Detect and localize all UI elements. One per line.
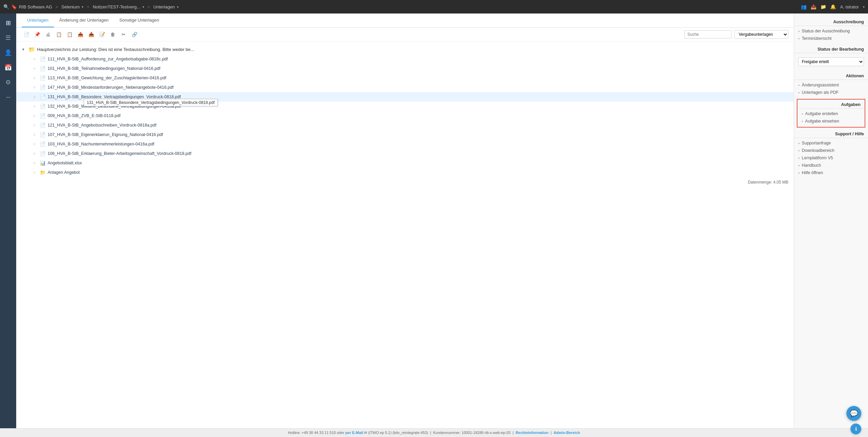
breadcrumb-unterlagen[interactable]: Unterlagen <box>153 4 175 9</box>
sidebar-settings[interactable]: ⚙ <box>1 76 15 89</box>
toolbar-btn-edit[interactable]: 📝 <box>97 30 107 39</box>
breadcrumb-notizen-dropdown[interactable]: ▾ <box>142 5 144 9</box>
sidebar-menu[interactable]: ☰ <box>1 31 15 45</box>
folder-icon[interactable]: 📁 <box>820 4 826 9</box>
link-supportanfrage[interactable]: ● Supportanfrage <box>794 139 868 147</box>
file-check-10: ○ <box>33 151 38 156</box>
toolbar-btn-print[interactable]: 🖨 <box>43 30 53 39</box>
folder-row-main[interactable]: ▼ 📁 Hauptverzeichnis zur Leistung: Dies … <box>16 44 794 54</box>
link-downloadbereich[interactable]: ● Downloadbereich <box>794 147 868 154</box>
file-row-0[interactable]: ○ 📄 111_HVA_B-StB_Aufforderung_zur_Angeb… <box>16 54 794 64</box>
support-title: Support / Hilfe <box>794 130 868 138</box>
file-row-3[interactable]: ○ 📄 147_HVA_B-StB_Mindestanforderungen_N… <box>16 83 794 92</box>
pdf-icon-5: 📄 <box>40 104 46 109</box>
pdf-icon-10: 📄 <box>40 151 46 156</box>
file-name-1: 101_HVA_B-StB_Teilnahmebedingungen_Natio… <box>48 66 160 71</box>
file-row-9[interactable]: ○ 📄 103_HVA_B-StB_Nachunternehmerleistun… <box>16 139 794 149</box>
toolbar-btn-cut[interactable]: ✂ <box>119 30 128 39</box>
dot-icon-10: ● <box>798 164 800 167</box>
bookmark-icon[interactable]: 🔖 <box>11 4 17 9</box>
file-row-7[interactable]: ○ 📄 121_HVA_B-StB_Angebotsschreiben_Vord… <box>16 120 794 130</box>
link-label-handbuch: Handbuch <box>802 163 821 168</box>
bell-icon[interactable]: 🔔 <box>830 4 836 9</box>
footer-email-link[interactable]: per E-Mail <box>345 431 363 435</box>
user-menu[interactable]: A. istrator <box>840 4 859 9</box>
link-label-aufgabe-erstellen: Aufgabe erstellen <box>805 111 838 116</box>
user-dropdown[interactable]: ▾ <box>863 5 865 9</box>
file-check-3: ○ <box>33 85 38 90</box>
toolbar-btn-upload[interactable]: 📤 <box>76 30 85 39</box>
link-hilfe-oeffnen[interactable]: ● Hilfe öffnen <box>794 169 868 176</box>
section-status-bearbeitung: Status der Bearbeitung Freigabe erteilt … <box>794 45 868 69</box>
toolbar-btn-download[interactable]: 📥 <box>86 30 96 39</box>
file-name-10: 106_HVA_B-StB_Erklaerung_Bieter-Arbeitsg… <box>48 151 191 156</box>
file-check-11: ○ <box>33 161 38 165</box>
link-label-terminuebersicht: Terminübersicht <box>802 36 832 41</box>
toolbar-btn-copy[interactable]: 📋 <box>54 30 63 39</box>
toolbar-btn-link[interactable]: 🔗 <box>130 30 139 39</box>
search-icon[interactable]: 🔍 <box>3 4 9 9</box>
footer-legal-link[interactable]: Rechteinformation <box>516 431 548 435</box>
link-status-ausschreibung[interactable]: ● Status der Ausschreibung <box>794 27 868 35</box>
content-area: Unterlagen Änderung der Unterlagen Sonst… <box>16 13 794 428</box>
toolbar-btn-pin[interactable]: 📌 <box>32 30 42 39</box>
toolbar-btn-new[interactable]: 📄 <box>22 30 31 39</box>
fab-chat-button[interactable]: 💬 <box>846 406 861 421</box>
sidebar-user[interactable]: 👤 <box>1 46 15 59</box>
breadcrumb-sep-2: > <box>87 4 89 9</box>
upload-icon[interactable]: 📤 <box>811 4 816 9</box>
status-select[interactable]: Freigabe erteilt In Bearbeitung Abgeschl… <box>798 57 864 66</box>
toolbar-btn-paste[interactable]: 📋 <box>65 30 74 39</box>
main-layout: ⊞ ☰ 👤 📅 ⚙ ↔ Unterlagen Änderung der Unte… <box>0 13 868 428</box>
sidebar-transfer[interactable]: ↔ <box>1 90 15 104</box>
link-aufgabe-einsehen[interactable]: ● Aufgabe einsehen <box>797 117 865 125</box>
tab-aenderung[interactable]: Änderung der Unterlagen <box>54 13 114 27</box>
file-row-12[interactable]: ○ 📁 Anlagen Angebot <box>16 168 794 177</box>
link-aufgabe-erstellen[interactable]: ● Aufgabe erstellen <box>797 110 865 117</box>
filter-dropdown[interactable]: Vergabeunterlagen Alle Unterlagen <box>734 30 788 39</box>
search-input[interactable] <box>684 30 732 38</box>
info-button[interactable]: ℹ <box>850 424 861 434</box>
file-check-1: ○ <box>33 66 38 71</box>
link-label-downloadbereich: Downloadbereich <box>802 148 835 153</box>
pdf-icon-4: 📄 <box>40 94 46 100</box>
breadcrumb-notizen[interactable]: NotizenTEST-Testverg... <box>93 4 140 9</box>
dot-icon-6: ● <box>801 120 803 123</box>
file-row-2[interactable]: ○ 📄 113_HVA_B-StB_Gewichtung_der_Zuschla… <box>16 73 794 83</box>
link-handbuch[interactable]: ● Handbuch <box>794 162 868 169</box>
users-icon[interactable]: 👥 <box>801 4 807 9</box>
breadcrumb-rib[interactable]: RIB Software AG <box>19 4 52 9</box>
tab-unterlagen[interactable]: Unterlagen <box>22 13 54 27</box>
sidebar-home[interactable]: ⊞ <box>1 16 15 30</box>
folder-toggle-icon[interactable]: ▼ <box>22 48 26 51</box>
link-aenderungsassistent[interactable]: ● Änderungsassistent <box>794 81 868 89</box>
link-lernplattform[interactable]: ● Lernplattform V5 <box>794 154 868 162</box>
sidebar-calendar[interactable]: 📅 <box>1 61 15 74</box>
breadcrumb-selenium[interactable]: Selenium <box>61 4 80 9</box>
file-name-11: Angebotsblatt.xlsx <box>48 161 82 165</box>
link-unterlagen-pdf[interactable]: ● Unterlagen als PDF <box>794 89 868 96</box>
file-row-1[interactable]: ○ 📄 101_HVA_B-StB_Teilnahmebedingungen_N… <box>16 64 794 73</box>
file-row-6[interactable]: ○ 📄 009_HVA_B-StB_ZVB_E-StB-0118.pdf <box>16 111 794 120</box>
file-name-9: 103_HVA_B-StB_Nachunternehmerleistungen-… <box>48 142 154 146</box>
dot-icon-11: ● <box>798 171 800 174</box>
file-row-11[interactable]: ○ 📊 Angebotsblatt.xlsx <box>16 158 794 168</box>
tab-sonstige[interactable]: Sonstige Unterlagen <box>114 13 165 27</box>
file-row-10[interactable]: ○ 📄 106_HVA_B-StB_Erklaerung_Bieter-Arbe… <box>16 149 794 158</box>
data-amount: Datenmenge: 4.05 MB <box>16 177 794 187</box>
file-check-4: ○ <box>33 94 38 99</box>
breadcrumb-selenium-dropdown[interactable]: ▾ <box>82 5 83 9</box>
link-label-aufgabe-einsehen: Aufgabe einsehen <box>805 119 839 124</box>
folder-icon-main: 📁 <box>28 46 35 53</box>
footer: Hotline: +49 30 44 33 11 510 oder per E-… <box>0 428 868 437</box>
file-row-8[interactable]: ○ 📄 107_HVA_B-StB_Eigenerklaerun_Eignung… <box>16 130 794 139</box>
xlsx-icon-11: 📊 <box>40 160 46 166</box>
toolbar-btn-delete[interactable]: 🗑 <box>108 30 117 39</box>
footer-system-info: (iTWO ep 5.1) (bitv_reintegrate-453) <box>368 431 428 435</box>
breadcrumb-unterlagen-dropdown[interactable]: ▾ <box>177 5 179 9</box>
file-name-12: Anlagen Angebot <box>48 170 80 175</box>
file-row-4[interactable]: ○ 📄 131_HVA_B-StB_Besondere_Vertragsbedi… <box>16 92 794 102</box>
link-terminuebersicht[interactable]: ● Terminübersicht <box>794 35 868 42</box>
dot-icon-7: ● <box>798 142 800 145</box>
footer-admin-link[interactable]: Admin-Bereich <box>554 431 580 435</box>
